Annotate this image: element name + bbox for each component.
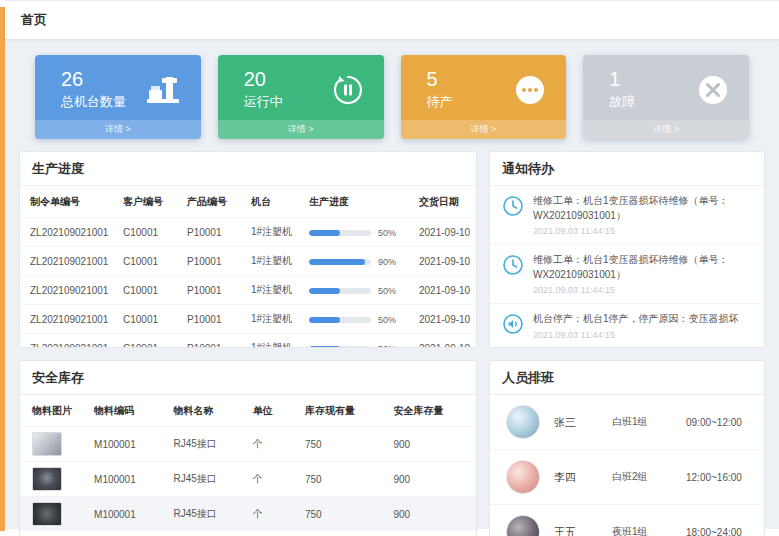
person-name: 张三 bbox=[554, 415, 612, 430]
clock-icon bbox=[502, 253, 524, 295]
main-grid: 生产进度 制令单编号 客户编号 产品编号 机台 生产进度 交货日期 ZL2021… bbox=[5, 147, 779, 536]
card-detail-link[interactable]: 详情 > bbox=[583, 120, 749, 139]
panel-title: 人员排班 bbox=[490, 361, 764, 395]
stat-value: 20 bbox=[244, 68, 283, 90]
card-detail-link[interactable]: 详情 > bbox=[218, 120, 384, 139]
column-header: 客户编号 bbox=[117, 186, 181, 218]
column-header: 物料图片 bbox=[20, 395, 88, 427]
schedule-row: 张三 白班1组 09:00~12:00 bbox=[490, 395, 764, 450]
person-name: 王五 bbox=[554, 525, 612, 536]
column-header: 制令单编号 bbox=[20, 186, 117, 218]
page-title: 首页 bbox=[21, 11, 47, 29]
stat-value: 1 bbox=[609, 68, 635, 90]
repair-icon bbox=[697, 74, 729, 106]
stat-card-total-machines[interactable]: 26 总机台数量 详情 > bbox=[35, 55, 201, 139]
running-icon bbox=[332, 74, 364, 106]
notification-text: 维修工单：机台1变压器损坏待维修（单号：WX202109031001） bbox=[533, 194, 752, 223]
person-shift: 白班1组 bbox=[612, 415, 686, 429]
avatar bbox=[506, 460, 540, 494]
notification-item[interactable]: 维修工单：机台1变压器损坏待维修（单号：WX202109031001） 2021… bbox=[490, 186, 764, 245]
person-shift: 夜班1组 bbox=[612, 525, 686, 536]
table-row: ZL202109021001 C10001 P10001 1#注塑机 50% 2… bbox=[20, 305, 477, 334]
notification-text: 机台停产：机台1停产，停产原因：变压器损坏 bbox=[533, 312, 739, 327]
notifications-panel: 通知待办 维修工单：机台1变压器损坏待维修（单号：WX202109031001）… bbox=[489, 151, 765, 348]
progress-percent: 50% bbox=[378, 286, 396, 296]
progress-bar bbox=[309, 230, 371, 236]
table-row: M100001 RJ45接口 个 750 900 bbox=[20, 427, 476, 462]
table-row: ZL202109021001 C10001 P10001 1#注塑机 50% 2… bbox=[20, 276, 477, 305]
table-row: ZL202109021001 C10001 P10001 1#注塑机 50% 2… bbox=[20, 334, 477, 349]
avatar bbox=[506, 405, 540, 439]
progress-bar bbox=[309, 317, 371, 323]
column-header: 产品编号 bbox=[181, 186, 245, 218]
column-header: 安全库存量 bbox=[387, 395, 476, 427]
inventory-table: 物料图片 物料编码 物料名称 单位 库存现有量 安全库存量 M100001 RJ… bbox=[20, 395, 476, 531]
notification-text: 维修工单：机台1变压器损坏待维修（单号：WX202109031001） bbox=[533, 253, 752, 282]
stat-card-fault[interactable]: 1 故障 详情 > bbox=[583, 55, 749, 139]
progress-bar bbox=[309, 288, 371, 294]
person-time: 09:00~12:00 bbox=[686, 417, 742, 428]
column-header: 交货日期 bbox=[413, 186, 477, 218]
table-header-row: 物料图片 物料编码 物料名称 单位 库存现有量 安全库存量 bbox=[20, 395, 476, 427]
table-row: ZL202109021001 C10001 P10001 1#注塑机 90% 2… bbox=[20, 247, 477, 276]
stat-label: 总机台数量 bbox=[61, 93, 126, 111]
stat-value: 26 bbox=[61, 68, 126, 90]
page-header: 首页 bbox=[5, 0, 779, 40]
card-detail-link[interactable]: 详情 > bbox=[35, 120, 201, 139]
progress-percent: 50% bbox=[378, 315, 396, 325]
staff-schedule-panel: 人员排班 张三 白班1组 09:00~12:00 李四 白班2组 12:00~1… bbox=[489, 360, 765, 536]
material-image bbox=[32, 502, 62, 526]
progress-percent: 50% bbox=[378, 228, 396, 238]
stat-cards-row: 26 总机台数量 详情 > bbox=[5, 40, 779, 147]
material-image bbox=[32, 432, 62, 456]
dashboard-home: 首页 26 总机台数量 bbox=[5, 0, 779, 529]
schedule-row: 王五 夜班1组 18:00~24:00 bbox=[490, 505, 764, 536]
clock-icon bbox=[502, 194, 524, 236]
panel-title: 生产进度 bbox=[20, 152, 476, 186]
notification-time: 2021.09.03 11:44:15 bbox=[533, 226, 752, 236]
progress-bar bbox=[309, 259, 371, 265]
table-row: ZL202109021001 C10001 P10001 1#注塑机 50% 2… bbox=[20, 218, 477, 247]
person-time: 12:00~16:00 bbox=[686, 472, 742, 483]
column-header: 物料名称 bbox=[167, 395, 246, 427]
speaker-icon bbox=[502, 312, 524, 340]
notification-time: 2021.09.03 11:44:15 bbox=[533, 285, 752, 295]
stat-value: 5 bbox=[427, 68, 453, 90]
column-header: 生产进度 bbox=[303, 186, 413, 218]
safety-inventory-panel: 安全库存 物料图片 物料编码 物料名称 单位 库存现有量 安全库存量 M bbox=[19, 360, 477, 536]
stat-card-standby[interactable]: 5 待产 详情 > bbox=[401, 55, 567, 139]
table-header-row: 制令单编号 客户编号 产品编号 机台 生产进度 交货日期 bbox=[20, 186, 477, 218]
column-header: 单位 bbox=[247, 395, 299, 427]
material-image bbox=[32, 467, 62, 491]
column-header: 物料编码 bbox=[88, 395, 167, 427]
person-name: 李四 bbox=[554, 470, 612, 485]
avatar bbox=[506, 515, 540, 536]
stat-label: 运行中 bbox=[244, 93, 283, 111]
progress-percent: 50% bbox=[378, 344, 396, 348]
person-time: 18:00~24:00 bbox=[686, 527, 742, 536]
notification-time: 2021.09.03 11:44:15 bbox=[533, 330, 739, 340]
column-header: 库存现有量 bbox=[299, 395, 387, 427]
panel-title: 安全库存 bbox=[20, 361, 476, 395]
table-row: M100001 RJ45接口 个 750 900 bbox=[20, 462, 476, 497]
column-header: 机台 bbox=[245, 186, 303, 218]
person-shift: 白班2组 bbox=[612, 470, 686, 484]
progress-percent: 90% bbox=[378, 257, 396, 267]
schedule-row: 李四 白班2组 12:00~16:00 bbox=[490, 450, 764, 505]
machine-icon bbox=[145, 75, 181, 105]
production-progress-panel: 生产进度 制令单编号 客户编号 产品编号 机台 生产进度 交货日期 ZL2021… bbox=[19, 151, 477, 348]
panel-title: 通知待办 bbox=[490, 152, 764, 186]
production-table: 制令单编号 客户编号 产品编号 机台 生产进度 交货日期 ZL202109021… bbox=[20, 186, 477, 348]
stat-label: 故障 bbox=[609, 93, 635, 111]
card-detail-link[interactable]: 详情 > bbox=[401, 120, 567, 139]
notification-item[interactable]: 机台停产：机台1停产，停产原因：变压器损坏 2021.09.03 11:44:1… bbox=[490, 304, 764, 348]
table-row: M100001 RJ45接口 个 750 900 bbox=[20, 497, 476, 532]
progress-bar bbox=[309, 346, 371, 348]
stat-label: 待产 bbox=[427, 93, 453, 111]
stat-card-running[interactable]: 20 运行中 详情 > bbox=[218, 55, 384, 139]
more-icon bbox=[514, 74, 546, 106]
notification-item[interactable]: 维修工单：机台1变压器损坏待维修（单号：WX202109031001） 2021… bbox=[490, 245, 764, 304]
